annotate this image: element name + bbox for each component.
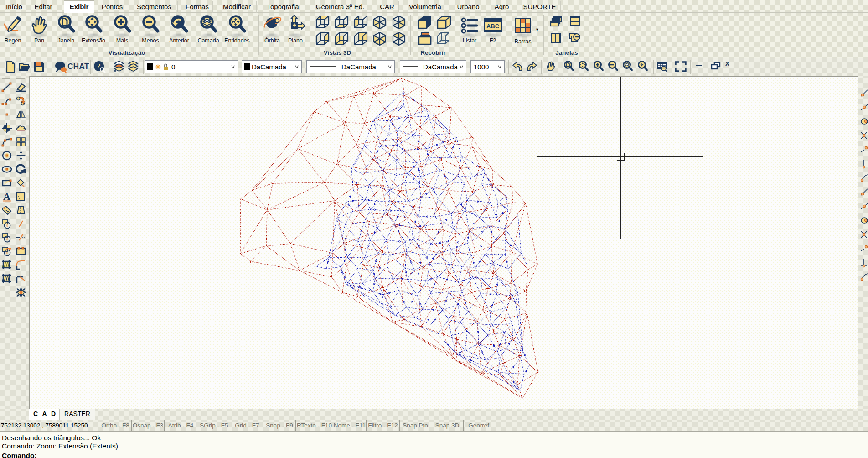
svg-text:0: 0 [6,251,8,255]
svg-text:ABC: ABC [486,23,500,30]
svg-text:0: 0 [6,224,8,227]
svg-text:A: A [3,191,10,202]
svg-text:0: 0 [6,238,8,241]
